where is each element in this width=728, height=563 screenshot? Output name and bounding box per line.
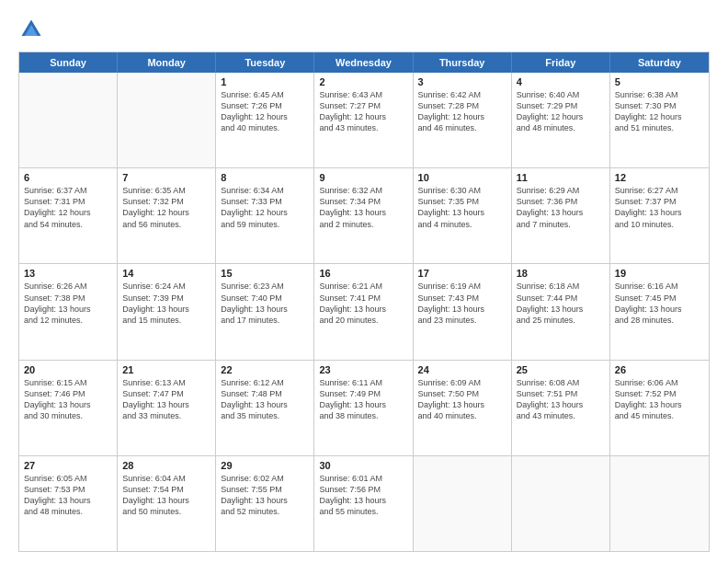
day-number: 20 [24,364,112,375]
cell-line: Sunset: 7:43 PM [418,293,506,304]
cell-line: Sunrise: 6:15 AM [24,377,112,388]
cell-line: Daylight: 13 hours [517,304,605,315]
cell-line: Daylight: 12 hours [221,111,309,122]
cell-line: and 59 minutes. [221,219,309,230]
day-number: 14 [122,268,210,279]
calendar-cell: 30Sunrise: 6:01 AMSunset: 7:56 PMDayligh… [314,456,413,551]
cell-line: Sunrise: 6:11 AM [319,377,407,388]
cell-line: and 10 minutes. [615,219,704,230]
cell-line: Daylight: 13 hours [615,304,704,315]
day-number: 1 [221,76,309,87]
cell-line: Sunrise: 6:42 AM [418,89,506,100]
calendar-cell: 3Sunrise: 6:42 AMSunset: 7:28 PMDaylight… [414,73,512,167]
day-number: 13 [24,268,112,279]
cell-line: Sunrise: 6:08 AM [517,377,605,388]
cell-line: Sunrise: 6:09 AM [418,377,506,388]
cell-line: Sunset: 7:26 PM [221,100,309,111]
cell-line: Daylight: 12 hours [24,207,112,218]
cell-line: and 12 minutes. [24,315,112,326]
day-number: 9 [319,172,407,183]
cell-line: and 43 minutes. [517,410,605,421]
cell-line: and 51 minutes. [615,122,704,133]
cell-line: Daylight: 13 hours [122,399,210,410]
cell-line: Daylight: 13 hours [418,207,506,218]
day-number: 24 [418,364,506,375]
header-day: Monday [118,52,216,73]
cell-line: and 45 minutes. [615,410,704,421]
cell-line: Sunrise: 6:32 AM [319,185,407,196]
cell-line: Sunset: 7:47 PM [122,388,210,399]
calendar-cell: 7Sunrise: 6:35 AMSunset: 7:32 PMDaylight… [118,168,216,263]
day-number: 15 [221,268,309,279]
cell-line: Sunrise: 6:21 AM [319,281,407,292]
cell-line: and 20 minutes. [319,315,407,326]
cell-line: Sunrise: 6:35 AM [122,185,210,196]
calendar-cell: 15Sunrise: 6:23 AMSunset: 7:40 PMDayligh… [216,264,314,359]
cell-line: Sunrise: 6:12 AM [221,377,309,388]
day-number: 23 [319,364,407,375]
cell-line: Sunrise: 6:26 AM [24,281,112,292]
page: SundayMondayTuesdayWednesdayThursdayFrid… [0,0,728,563]
cell-line: Daylight: 13 hours [221,399,309,410]
cell-line: Sunrise: 6:30 AM [418,185,506,196]
cell-line: Sunset: 7:40 PM [221,293,309,304]
calendar-cell: 9Sunrise: 6:32 AMSunset: 7:34 PMDaylight… [314,168,413,263]
cell-line: Daylight: 13 hours [319,207,407,218]
day-number: 4 [517,76,605,87]
calendar-cell: 25Sunrise: 6:08 AMSunset: 7:51 PMDayligh… [512,361,610,455]
cell-line: Sunset: 7:44 PM [517,293,605,304]
cell-line: Sunrise: 6:23 AM [221,281,309,292]
calendar-cell [414,456,512,551]
cell-line: Sunset: 7:51 PM [517,388,605,399]
cell-line: Daylight: 12 hours [517,111,605,122]
day-number: 27 [24,460,112,471]
cell-line: Sunset: 7:41 PM [319,293,407,304]
cell-line: and 25 minutes. [517,315,605,326]
cell-line: Sunrise: 6:27 AM [615,185,704,196]
day-number: 21 [122,364,210,375]
calendar-row: 1Sunrise: 6:45 AMSunset: 7:26 PMDaylight… [19,73,709,167]
calendar-cell [118,73,216,167]
cell-line: Daylight: 13 hours [221,304,309,315]
cell-line: and 28 minutes. [615,315,704,326]
cell-line: Sunset: 7:37 PM [615,196,704,207]
calendar-cell: 29Sunrise: 6:02 AMSunset: 7:55 PMDayligh… [216,456,314,551]
cell-line: and 7 minutes. [517,219,605,230]
cell-line: and 50 minutes. [122,506,210,517]
calendar-cell [512,456,610,551]
calendar-cell: 10Sunrise: 6:30 AMSunset: 7:35 PMDayligh… [414,168,512,263]
calendar-cell: 24Sunrise: 6:09 AMSunset: 7:50 PMDayligh… [414,361,512,455]
calendar-row: 13Sunrise: 6:26 AMSunset: 7:38 PMDayligh… [19,263,709,359]
cell-line: and 4 minutes. [418,219,506,230]
cell-line: Sunset: 7:48 PM [221,388,309,399]
day-number: 29 [221,460,309,471]
day-number: 6 [24,172,112,183]
cell-line: Daylight: 13 hours [418,304,506,315]
cell-line: Sunrise: 6:45 AM [221,89,309,100]
cell-line: and 48 minutes. [517,122,605,133]
calendar-cell: 8Sunrise: 6:34 AMSunset: 7:33 PMDaylight… [216,168,314,263]
cell-line: and 43 minutes. [319,122,407,133]
calendar-cell: 5Sunrise: 6:38 AMSunset: 7:30 PMDaylight… [610,73,709,167]
calendar-body: 1Sunrise: 6:45 AMSunset: 7:26 PMDaylight… [19,73,709,551]
cell-line: Daylight: 12 hours [418,111,506,122]
header [18,17,710,42]
cell-line: and 17 minutes. [221,315,309,326]
header-day: Wednesday [314,52,413,73]
calendar-cell: 1Sunrise: 6:45 AMSunset: 7:26 PMDaylight… [216,73,314,167]
cell-line: Daylight: 13 hours [615,207,704,218]
cell-line: Sunset: 7:50 PM [418,388,506,399]
cell-line: Sunset: 7:55 PM [221,484,309,495]
cell-line: Sunrise: 6:18 AM [517,281,605,292]
logo [18,17,48,42]
cell-line: Daylight: 13 hours [122,304,210,315]
cell-line: Daylight: 13 hours [221,495,309,506]
cell-line: Sunset: 7:32 PM [122,196,210,207]
day-number: 7 [122,172,210,183]
day-number: 12 [615,172,704,183]
calendar-cell: 27Sunrise: 6:05 AMSunset: 7:53 PMDayligh… [19,456,118,551]
cell-line: Sunrise: 6:24 AM [122,281,210,292]
day-number: 26 [615,364,704,375]
logo-icon [18,17,44,42]
calendar-cell: 18Sunrise: 6:18 AMSunset: 7:44 PMDayligh… [512,264,610,359]
